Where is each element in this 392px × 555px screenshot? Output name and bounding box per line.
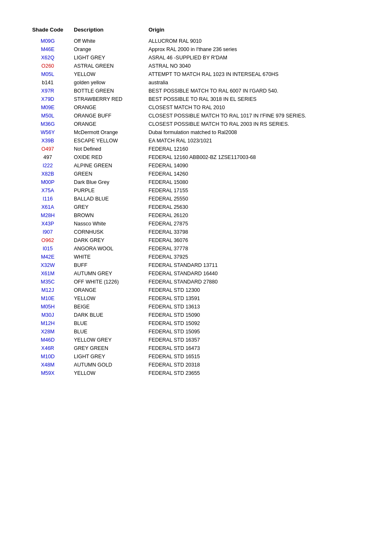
shade-code-cell: M09G [25, 37, 71, 45]
shade-code-value: X97R [41, 88, 54, 94]
shade-code-value: M59X [41, 370, 55, 376]
shade-code-value: M42E [41, 254, 55, 260]
shade-code-value: M10E [41, 296, 55, 301]
origin-cell: FEDERAL STD 15092 [145, 319, 367, 328]
description-cell: Nassco White [71, 220, 145, 228]
shade-code-cell: M35C [25, 278, 71, 286]
shade-code-cell: M10E [25, 294, 71, 303]
header-shade-code: Shade Code [25, 25, 71, 37]
table-row: b141golden yellowaustralia [25, 78, 367, 87]
origin-cell: FEDERAL 12160 ABB002-BZ 1ZSE117003-68 [145, 153, 367, 161]
table-row: X82BGREENFEDERAL 14260 [25, 170, 367, 178]
shade-code-cell: M36G [25, 120, 71, 128]
shade-code-cell: X39B [25, 137, 71, 145]
shade-code-value: M10D [41, 354, 54, 359]
shade-code-cell: O497 [25, 145, 71, 153]
table-row: I907CORNHUSKFEDERAL 33798 [25, 228, 367, 236]
origin-cell: FEDERAL STANDARD 13711 [145, 261, 367, 269]
description-cell: YELLOW [71, 294, 145, 303]
origin-cell: FEDERAL STANDARD 27880 [145, 278, 367, 286]
origin-cell: ATTEMPT TO MATCH RAL 1023 IN INTERSEAL 6… [145, 70, 367, 78]
shade-code-cell: X75A [25, 186, 71, 195]
shade-code-value: I116 [43, 196, 53, 202]
shade-code-cell: I015 [25, 244, 71, 253]
description-cell: Off White [71, 37, 145, 45]
description-cell: STRAWBERRY RED [71, 95, 145, 103]
origin-cell: FEDERAL STANDARD 16440 [145, 269, 367, 278]
origin-cell: australia [145, 78, 367, 87]
description-cell: OFF WHITE (1226) [71, 278, 145, 286]
table-row: M36GORANGECLOSEST POSSIBLE MATCH TO RAL … [25, 120, 367, 128]
shade-code-value: M09G [41, 38, 55, 44]
header-origin: Origin [145, 25, 367, 37]
table-row: I116BALLAD BLUEFEDERAL 25550 [25, 195, 367, 203]
table-row: X61AGREYFEDERAL 25630 [25, 203, 367, 211]
shade-code-value: M12H [41, 320, 54, 326]
shade-code-cell: X43P [25, 220, 71, 228]
table-row: M00PDark Blue GreyFEDERAL 15080 [25, 178, 367, 186]
shade-code-value: X79D [41, 96, 54, 102]
description-cell: golden yellow [71, 78, 145, 87]
shade-code-cell: M09E [25, 103, 71, 112]
shade-code-cell: X79D [25, 95, 71, 103]
description-cell: ASTRAL GREEN [71, 62, 145, 70]
table-row: X79DSTRAWBERRY REDBEST POSSIBLE TO RAL 3… [25, 95, 367, 103]
description-cell: YELLOW GREY [71, 336, 145, 344]
origin-cell: FEDERAL 37925 [145, 253, 367, 261]
shade-code-value: X82B [41, 171, 54, 177]
shade-code-value: 497 [44, 154, 52, 160]
origin-cell: FEDERAL STD 13591 [145, 294, 367, 303]
origin-cell: FEDERAL 25550 [145, 195, 367, 203]
table-row: X75APURPLEFEDERAL 17155 [25, 186, 367, 195]
shade-code-value: M12J [41, 287, 54, 293]
description-cell: CORNHUSK [71, 228, 145, 236]
description-cell: BEIGE [71, 303, 145, 311]
shade-code-value: X61A [41, 204, 54, 210]
origin-cell: FEDERAL STD 12300 [145, 286, 367, 294]
table-row: M30JDARK BLUEFEDERAL STD 15090 [25, 311, 367, 319]
shade-code-value: X39B [41, 138, 54, 144]
shade-code-value: O260 [41, 63, 54, 69]
description-cell: Not Defined [71, 145, 145, 153]
description-cell: ALPINE GREEN [71, 161, 145, 170]
description-cell: ORANGE BUFF [71, 112, 145, 120]
shade-code-value: O962 [41, 237, 54, 243]
description-cell: BROWN [71, 211, 145, 220]
description-cell: BLUE [71, 319, 145, 328]
origin-cell: EA MATCH RAL 1023/1021 [145, 137, 367, 145]
shade-code-cell: I907 [25, 228, 71, 236]
shade-code-cell: X61A [25, 203, 71, 211]
shade-code-value: O497 [41, 146, 54, 152]
origin-cell: BEST POSSIBLE TO RAL 3018 IN EL SERIES [145, 95, 367, 103]
origin-cell: CLOSEST POSSIBLE MATCH TO RAL 2003 IN RS… [145, 120, 367, 128]
origin-cell: FEDERAL 15080 [145, 178, 367, 186]
shade-code-value: X46R [41, 345, 54, 351]
table-row: O260ASTRAL GREENASTRAL NO 3040 [25, 62, 367, 70]
description-cell: DARK BLUE [71, 311, 145, 319]
shade-code-cell: X48M [25, 361, 71, 369]
shade-code-value: M09E [41, 105, 55, 110]
table-row: M59XYELLOWFEDERAL STD 23655 [25, 369, 367, 377]
shade-code-value: I015 [43, 246, 53, 252]
table-row: X61MAUTUMN GREYFEDERAL STANDARD 16440 [25, 269, 367, 278]
table-row: M09GOff WhiteALLUCROM RAL 9010 [25, 37, 367, 45]
table-row: M50LORANGE BUFFCLOSEST POSSIBLE MATCH TO… [25, 112, 367, 120]
shade-code-value: M35C [41, 279, 54, 285]
shade-code-cell: O962 [25, 236, 71, 244]
shade-code-cell: X61M [25, 269, 71, 278]
description-cell: YELLOW [71, 369, 145, 377]
table-row: O497Not DefinedFEDERAL 12160 [25, 145, 367, 153]
origin-cell: Approx RAL 2000 in I'thane 236 series [145, 45, 367, 54]
shade-code-value: X48M [41, 362, 55, 368]
shade-code-value: X32W [41, 262, 55, 268]
shade-code-value: M28H [41, 213, 54, 218]
description-cell: LIGHT GREY [71, 54, 145, 62]
description-cell: GREY GREEN [71, 344, 145, 352]
shade-code-value: M46E [41, 46, 55, 52]
shade-code-value: X75A [41, 188, 54, 193]
table-row: X43PNassco WhiteFEDERAL 27875 [25, 220, 367, 228]
origin-cell: FEDERAL STD 15090 [145, 311, 367, 319]
description-cell: GREY [71, 203, 145, 211]
shade-code-value: X62Q [41, 55, 54, 61]
shade-code-value: W56Y [41, 130, 55, 135]
